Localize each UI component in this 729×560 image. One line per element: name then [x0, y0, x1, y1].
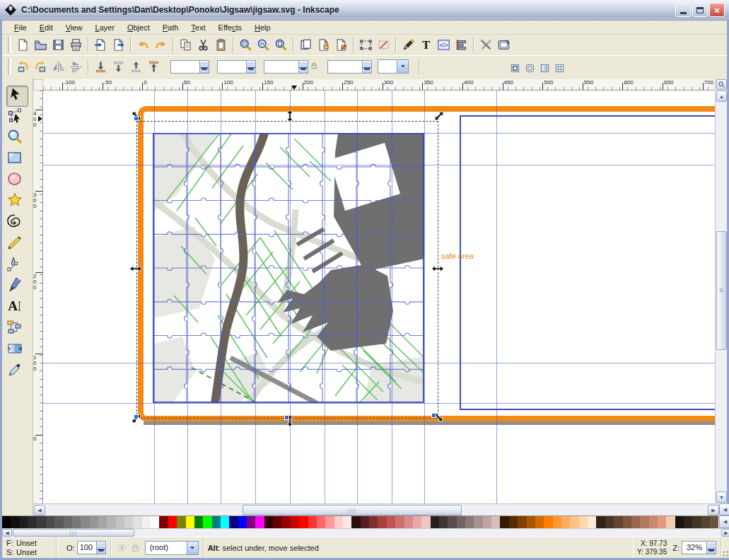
palette-swatch[interactable] — [535, 516, 544, 528]
scroll-right-button[interactable]: ▶ — [708, 505, 719, 515]
palette-swatch[interactable] — [666, 516, 675, 528]
palette-swatch[interactable] — [404, 516, 413, 528]
copy-button[interactable] — [177, 36, 194, 54]
scroll-left-button[interactable]: ◀ — [34, 505, 45, 515]
palette-swatch[interactable] — [413, 516, 421, 528]
zoom-spin-arrows[interactable] — [706, 542, 716, 554]
pencil-button[interactable] — [6, 234, 28, 255]
palette-swatch[interactable] — [544, 516, 552, 528]
palette-swatch[interactable] — [291, 516, 299, 528]
open-document-button[interactable] — [32, 36, 49, 54]
palette-swatch[interactable] — [238, 516, 247, 528]
menu-file[interactable]: File — [8, 22, 33, 33]
palette-swatch[interactable] — [640, 516, 648, 528]
palette-swatch[interactable] — [203, 516, 211, 528]
cut-button[interactable] — [194, 36, 212, 54]
palette-swatch[interactable] — [212, 516, 221, 528]
x-coordinate-value[interactable] — [171, 61, 199, 73]
palette-swatch[interactable] — [518, 516, 526, 528]
raise-to-top-button[interactable] — [145, 58, 163, 76]
export-bitmap-button[interactable] — [110, 36, 127, 54]
chevron-down-icon[interactable] — [187, 542, 198, 554]
undo-button[interactable] — [134, 36, 152, 54]
zoom-to-drawing-button[interactable] — [255, 36, 272, 54]
scale-handle[interactable] — [431, 262, 444, 275]
print-document-button[interactable] — [67, 36, 85, 54]
spiral-button[interactable] — [6, 213, 28, 234]
scroll-up-button[interactable]: ▲ — [716, 91, 727, 102]
height-value[interactable] — [328, 61, 362, 73]
unlink-clone-button[interactable] — [332, 36, 350, 54]
menu-object[interactable]: Object — [121, 22, 156, 33]
palette-swatch[interactable] — [509, 516, 518, 528]
opacity-value[interactable]: 100 — [78, 542, 96, 554]
horizontal-scroll-thumb[interactable]: |||| — [243, 505, 462, 515]
duplicate-button[interactable] — [297, 36, 315, 54]
menu-view[interactable]: View — [59, 22, 89, 33]
palette-swatch[interactable] — [684, 516, 692, 528]
palette-swatch[interactable] — [491, 516, 500, 528]
height-field[interactable] — [327, 60, 372, 74]
palette-swatch[interactable] — [317, 516, 325, 528]
palette-swatch[interactable] — [264, 516, 273, 528]
palette-scrollbar[interactable]: ◀ |||| ▶ — [2, 528, 729, 537]
text-button[interactable]: A — [6, 298, 28, 319]
palette-swatch[interactable] — [605, 516, 614, 528]
palette-swatch[interactable] — [194, 516, 203, 528]
bezier-pen-button[interactable] — [6, 255, 28, 276]
palette-swatch[interactable] — [588, 516, 596, 528]
fill-stroke-indicator[interactable]: F: Unset S: Unset — [2, 537, 57, 558]
paste-button[interactable] — [212, 36, 230, 54]
palette-swatch[interactable] — [308, 516, 317, 528]
palette-swatch[interactable] — [98, 516, 107, 528]
palette-swatch[interactable] — [11, 516, 19, 528]
calligraphy-button[interactable] — [6, 276, 28, 298]
palette-swatch[interactable] — [229, 516, 238, 528]
palette-swatch[interactable] — [20, 516, 28, 528]
palette-swatch[interactable] — [623, 516, 631, 528]
palette-swatch[interactable] — [37, 516, 45, 528]
palette-swatch[interactable] — [343, 516, 351, 528]
select-all-button[interactable] — [357, 36, 375, 54]
rotate-cw-button[interactable] — [32, 58, 49, 76]
node-editor-button[interactable] — [6, 107, 28, 128]
palette-swatch[interactable] — [579, 516, 588, 528]
layer-selector[interactable]: (root) — [145, 541, 199, 555]
input-devices-button[interactable] — [495, 36, 513, 54]
palette-swatch[interactable] — [273, 516, 281, 528]
palette-swatch[interactable] — [107, 516, 115, 528]
zoom-value[interactable]: 32% — [682, 542, 706, 554]
palette-swatch[interactable] — [395, 516, 404, 528]
palette-swatch[interactable] — [151, 516, 159, 528]
toolbar-grip[interactable] — [8, 37, 11, 53]
palette-swatch[interactable] — [54, 516, 63, 528]
palette-swatch[interactable] — [457, 516, 465, 528]
flip-vertical-button[interactable] — [67, 58, 85, 76]
palette-swatch[interactable] — [142, 516, 151, 528]
maximize-button[interactable] — [692, 3, 708, 17]
palette-swatch[interactable] — [527, 516, 535, 528]
palette-swatch[interactable] — [474, 516, 482, 528]
align-distribute-dialog-button[interactable] — [453, 36, 470, 54]
palette-swatch[interactable] — [421, 516, 430, 528]
zoom-to-selection-button[interactable] — [237, 36, 255, 54]
x-coordinate-field[interactable] — [170, 60, 209, 74]
palette-swatch[interactable] — [64, 516, 72, 528]
palette-swatch[interactable] — [46, 516, 54, 528]
flip-horizontal-button[interactable] — [49, 58, 67, 76]
unit-selector[interactable] — [378, 59, 409, 74]
palette-swatch[interactable] — [649, 516, 658, 528]
redo-button[interactable] — [152, 36, 170, 54]
second-template-rect[interactable] — [460, 115, 719, 410]
x-coordinate-spin-arrows[interactable] — [199, 61, 209, 73]
xml-editor-button[interactable]: </> — [435, 36, 453, 54]
layer-visibility-icon[interactable] — [117, 542, 127, 553]
width-field[interactable] — [264, 60, 308, 74]
height-spin-arrows[interactable] — [362, 61, 371, 73]
palette-swatch[interactable] — [361, 516, 369, 528]
horizontal-scrollbar[interactable]: ◀ |||| ▶ — [34, 503, 719, 515]
title-bar[interactable]: C:\Documents and Settings\Dan\Desktop\Po… — [0, 0, 729, 21]
palette-swatch[interactable] — [387, 516, 395, 528]
menu-text[interactable]: Text — [185, 22, 211, 33]
zoom-spinbox[interactable]: 32% — [682, 541, 716, 554]
